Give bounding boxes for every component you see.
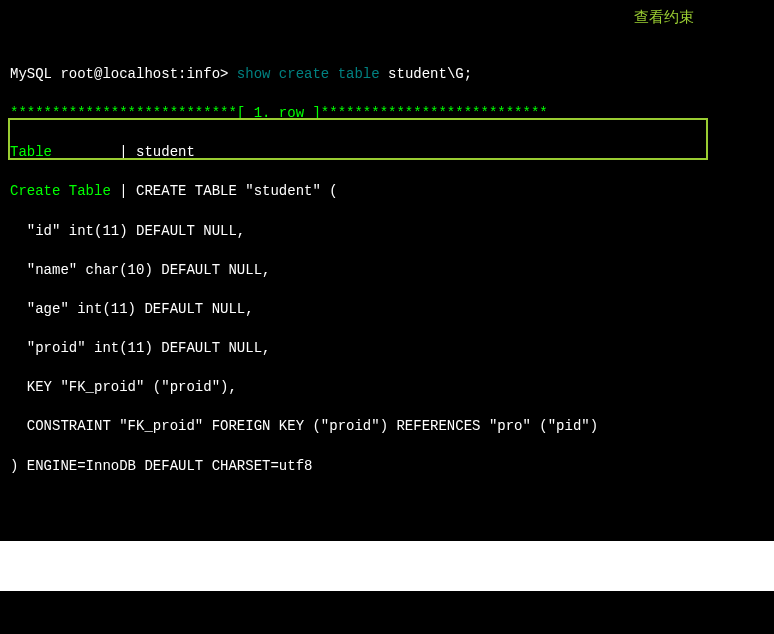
- ddl-line: "proid" int(11) DEFAULT NULL,: [10, 339, 764, 359]
- ddl-line-key: KEY "FK_proid" ("proid"),: [10, 378, 764, 398]
- table-label: Table: [10, 144, 111, 160]
- create-sql: CREATE TABLE "student" (: [136, 183, 338, 199]
- annotation-view-constraint: 查看约束: [634, 6, 694, 27]
- ddl-line: "name" char(10) DEFAULT NULL,: [10, 261, 764, 281]
- pipe: |: [111, 183, 136, 199]
- ddl-line-engine: ) ENGINE=InnoDB DEFAULT CHARSET=utf8: [10, 457, 764, 477]
- table-name: student: [136, 144, 195, 160]
- sql-keyword: show create table: [237, 66, 380, 82]
- create-label: Create Table: [10, 183, 111, 199]
- create-table-row: Create Table | CREATE TABLE "student" (: [10, 182, 764, 202]
- prompt-line-1: MySQL root@localhost:info> show create t…: [10, 65, 764, 85]
- blank-line: [10, 496, 764, 516]
- table-row: Table | student: [10, 143, 764, 163]
- gap: [0, 541, 774, 591]
- prompt-text: MySQL root@localhost:info>: [10, 66, 237, 82]
- ddl-line: "age" int(11) DEFAULT NULL,: [10, 300, 764, 320]
- ddl-line-constraint: CONSTRAINT "FK_proid" FOREIGN KEY ("proi…: [10, 417, 764, 437]
- row-separator: ***************************[ 1. row ]***…: [10, 104, 764, 124]
- ddl-line: "id" int(11) DEFAULT NULL,: [10, 222, 764, 242]
- pipe: |: [111, 144, 136, 160]
- terminal-block-2: 解除约束 已经无主，外键链接 Time: 0.042s MySQL root@l…: [0, 591, 774, 634]
- terminal-block-1: 查看约束 MySQL root@localhost:info> show cre…: [0, 0, 774, 541]
- sql-args: student\G;: [380, 66, 472, 82]
